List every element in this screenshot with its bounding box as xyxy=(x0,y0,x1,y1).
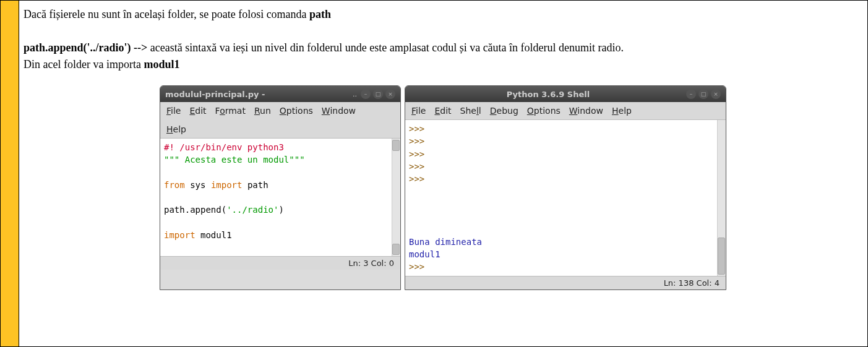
menu-edit[interactable]: Edit xyxy=(189,106,206,116)
menu-label: ile xyxy=(416,106,426,116)
editor-titlebar[interactable]: modulul-principal.py - .. – □ × xyxy=(160,86,400,102)
editor-code-area[interactable]: #! /usr/bin/env python3 """ Acesta este … xyxy=(160,139,400,256)
menu-label: She xyxy=(460,106,476,116)
scrollbar-track[interactable] xyxy=(717,120,726,276)
menu-label: ile xyxy=(171,106,181,116)
scrollbar-track[interactable] xyxy=(392,139,400,256)
code-keyword: from xyxy=(164,180,185,190)
menu-label: indow xyxy=(330,106,356,116)
menu-label: ebug xyxy=(497,106,518,116)
menu-label: un xyxy=(260,106,271,116)
menu-label: elp xyxy=(619,106,632,116)
shell-prompt: >>> xyxy=(409,262,424,272)
code-keyword: import xyxy=(211,180,243,190)
shell-blank xyxy=(409,199,414,209)
shell-blank xyxy=(409,186,414,196)
scrollbar-thumb[interactable] xyxy=(392,140,400,151)
menu-label: indow xyxy=(577,106,603,116)
code-string: '../radio' xyxy=(226,205,278,215)
code-shebang: #! /usr/bin/env python3 xyxy=(164,142,284,152)
menu-debug[interactable]: Debug xyxy=(490,106,518,116)
editor-title: modulul-principal.py - xyxy=(165,90,353,99)
maximize-icon[interactable]: □ xyxy=(698,89,708,99)
maximize-icon[interactable]: □ xyxy=(373,89,383,99)
menu-label: ptions xyxy=(534,106,561,116)
editor-statusbar: Ln: 3 Col: 0 xyxy=(160,256,400,270)
shell-output: Buna dimineata xyxy=(409,237,482,247)
shell-prompt: >>> xyxy=(409,124,424,134)
menu-run[interactable]: Run xyxy=(254,106,271,116)
close-icon[interactable]: × xyxy=(711,89,721,99)
menu-label: ptions xyxy=(286,106,313,116)
shell-window: Python 3.6.9 Shell – □ × File Edit Shell… xyxy=(405,85,726,290)
titlebar-dots: .. xyxy=(353,90,357,98)
shell-output-area[interactable]: >>> >>> >>> >>> >>> Buna dimineata modul… xyxy=(405,120,726,276)
code-docstring: """ xyxy=(289,155,304,165)
shell-prompt: >>> xyxy=(409,136,424,146)
close-icon[interactable]: × xyxy=(385,89,395,99)
text-segment: Dacă fișierele nu sunt în același folder… xyxy=(24,8,309,20)
menu-label: dit xyxy=(195,106,206,116)
content-area: Dacă fișierele nu sunt în același folder… xyxy=(24,6,862,290)
code-text: ) xyxy=(278,205,283,215)
code-text: path xyxy=(242,180,268,190)
menu-help[interactable]: Help xyxy=(166,124,394,134)
shell-output: modul1 xyxy=(409,249,440,259)
shell-prompt: >>> xyxy=(409,174,424,184)
windows-row: modulul-principal.py - .. – □ × File Edi… xyxy=(160,85,862,290)
menu-edit[interactable]: Edit xyxy=(434,106,451,116)
shell-prompt: >>> xyxy=(409,161,424,171)
shell-title: Python 3.6.9 Shell xyxy=(410,90,686,99)
shell-blank xyxy=(409,212,414,221)
menu-format[interactable]: Format xyxy=(215,106,246,116)
shell-titlebar[interactable]: Python 3.6.9 Shell – □ × xyxy=(405,86,726,102)
editor-menubar: File Edit Format Run Options Window Help xyxy=(160,102,400,139)
shell-statusbar: Ln: 138 Col: 4 xyxy=(405,276,726,289)
menu-label: dit xyxy=(440,106,451,116)
shell-menubar: File Edit Shell Debug Options Window Hel… xyxy=(405,102,726,120)
minimize-icon[interactable]: – xyxy=(361,89,371,99)
text-bold: modul1 xyxy=(144,58,179,71)
window-controls: – □ × xyxy=(361,89,395,99)
code-text: path.append( xyxy=(164,205,226,215)
code-keyword: import xyxy=(164,230,196,240)
code-docstring: Acesta este un modul xyxy=(179,155,289,165)
menu-label: l xyxy=(479,106,481,116)
yellow-sidebar xyxy=(1,1,19,346)
menu-label: elp xyxy=(173,124,186,134)
menu-options[interactable]: Options xyxy=(527,106,561,116)
menu-file[interactable]: File xyxy=(166,106,181,116)
menu-shell[interactable]: Shell xyxy=(460,106,481,116)
scrollbar-thumb[interactable] xyxy=(718,238,725,275)
menu-help[interactable]: Help xyxy=(612,106,632,116)
text-segment: această sintaxă va ieși un nivel din fol… xyxy=(147,41,624,54)
editor-window: modulul-principal.py - .. – □ × File Edi… xyxy=(160,85,401,290)
code-text: sys xyxy=(185,180,211,190)
text-segment: Din acel folder va importa xyxy=(24,58,144,71)
instruction-text: Dacă fișierele nu sunt în același folder… xyxy=(24,6,862,73)
menu-window[interactable]: Window xyxy=(322,106,356,116)
window-controls: – □ × xyxy=(686,89,721,99)
menu-file[interactable]: File xyxy=(411,106,426,116)
minimize-icon[interactable]: – xyxy=(686,89,696,99)
menu-options[interactable]: Options xyxy=(280,106,313,116)
scrollbar-thumb[interactable] xyxy=(392,244,400,255)
code-docstring: """ xyxy=(164,155,179,165)
shell-prompt: >>> xyxy=(409,149,424,159)
text-bold: path.append('../radio') --> xyxy=(24,41,147,54)
menu-window[interactable]: Window xyxy=(569,106,603,116)
code-text: modul1 xyxy=(196,230,232,240)
text-bold: path xyxy=(309,8,331,20)
shell-blank xyxy=(409,224,414,234)
menu-label: F xyxy=(215,106,220,116)
menu-label: rmat xyxy=(225,106,246,116)
